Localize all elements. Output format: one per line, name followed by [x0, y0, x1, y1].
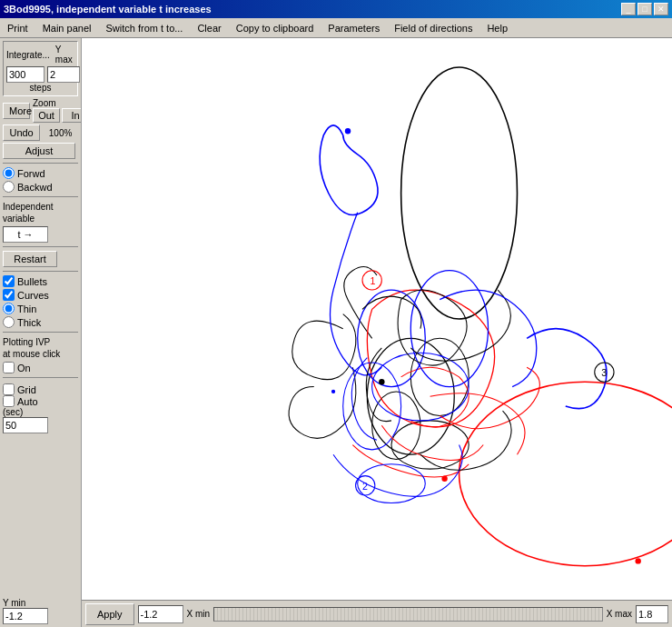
- title-bar-text: 3Bod9995, independent variable t increas…: [4, 4, 212, 15]
- thin-radio-label[interactable]: Thin: [3, 303, 78, 314]
- curves-checkbox[interactable]: [3, 289, 15, 301]
- left-panel: Integrate... Y max steps More Zoom Out I…: [0, 38, 82, 627]
- menu-clear[interactable]: Clear: [193, 22, 224, 35]
- on-checkbox-label[interactable]: On: [3, 362, 78, 373]
- thin-radio[interactable]: [3, 303, 15, 314]
- integrate-label: Integrate...: [6, 50, 50, 60]
- xmin-input[interactable]: [138, 605, 183, 623]
- menu-help[interactable]: Help: [483, 22, 511, 35]
- svg-point-20: [635, 558, 640, 563]
- indep-var-box: t →: [3, 226, 48, 243]
- close-button[interactable]: ✕: [654, 3, 668, 15]
- more-button[interactable]: More: [3, 103, 30, 119]
- svg-point-21: [441, 476, 447, 482]
- minimize-button[interactable]: _: [621, 3, 636, 15]
- restart-button[interactable]: Restart: [3, 251, 57, 267]
- sec-input[interactable]: [3, 417, 48, 433]
- grid-checkbox-label[interactable]: Grid: [3, 383, 78, 395]
- zoom-label: Zoom: [33, 98, 82, 108]
- apply-button[interactable]: Apply: [85, 603, 134, 625]
- title-bar: 3Bod9995, independent variable t increas…: [0, 0, 672, 18]
- menu-field[interactable]: Field of directions: [390, 22, 476, 35]
- grid-checkbox[interactable]: [3, 383, 15, 395]
- right-panel: 1 2 3: [82, 38, 672, 627]
- undo-button[interactable]: Undo: [3, 124, 40, 141]
- svg-text:2: 2: [362, 481, 368, 492]
- xmin-label: X min: [187, 609, 211, 619]
- ymin-input[interactable]: [3, 608, 48, 624]
- forward-radio-label[interactable]: Forwd: [3, 167, 78, 179]
- svg-point-18: [345, 128, 351, 134]
- svg-rect-0: [111, 38, 643, 600]
- svg-point-19: [379, 379, 384, 384]
- auto-checkbox-label[interactable]: Auto: [3, 395, 78, 407]
- ymax-label: Y max: [55, 45, 74, 65]
- plot-svg: 1 2 3: [82, 38, 672, 600]
- menu-main-panel[interactable]: Main panel: [39, 22, 95, 35]
- zoom-in-button[interactable]: In: [62, 108, 82, 123]
- auto-checkbox[interactable]: [3, 395, 15, 407]
- thick-radio[interactable]: [3, 316, 15, 328]
- curves-checkbox-label[interactable]: Curves: [3, 289, 78, 301]
- ymax-input[interactable]: [47, 66, 80, 83]
- menu-parameters[interactable]: Parameters: [324, 22, 383, 35]
- title-bar-buttons: _ □ ✕: [621, 3, 668, 15]
- indep-var-label: Independentvariable: [3, 201, 78, 224]
- plot-area[interactable]: 1 2 3: [82, 38, 672, 600]
- steps-label: steps: [6, 83, 74, 93]
- zoom-out-button[interactable]: Out: [33, 108, 60, 123]
- thick-radio-label[interactable]: Thick: [3, 316, 78, 328]
- xmax-input[interactable]: [636, 605, 668, 623]
- steps-input[interactable]: [6, 66, 44, 83]
- maximize-button[interactable]: □: [637, 3, 652, 15]
- svg-text:1: 1: [371, 275, 376, 286]
- bullets-checkbox-label[interactable]: Bullets: [3, 275, 78, 287]
- backward-radio-label[interactable]: Backwd: [3, 181, 78, 193]
- menu-print[interactable]: Print: [4, 22, 32, 35]
- zoom-percent: 100%: [43, 128, 78, 138]
- backward-radio[interactable]: [3, 181, 15, 193]
- bullets-checkbox[interactable]: [3, 275, 15, 287]
- plotting-ivp-label: Plotting IVPat mouse click: [3, 336, 78, 360]
- menu-bar: Print Main panel Switch from t to... Cle…: [0, 18, 672, 38]
- scrollbar-h[interactable]: [213, 607, 603, 622]
- on-checkbox[interactable]: [3, 362, 15, 373]
- ymin-label: Y min: [3, 598, 78, 608]
- svg-point-22: [331, 390, 335, 393]
- forward-radio[interactable]: [3, 167, 15, 179]
- sec-label: (sec): [3, 407, 78, 417]
- bottom-bar: Apply X min X max: [82, 600, 672, 627]
- menu-switch[interactable]: Switch from t to...: [102, 22, 186, 35]
- xmax-label: X max: [607, 609, 632, 619]
- svg-text:3: 3: [601, 367, 607, 378]
- menu-copy[interactable]: Copy to clipboard: [232, 22, 318, 35]
- adjust-button[interactable]: Adjust: [3, 143, 75, 159]
